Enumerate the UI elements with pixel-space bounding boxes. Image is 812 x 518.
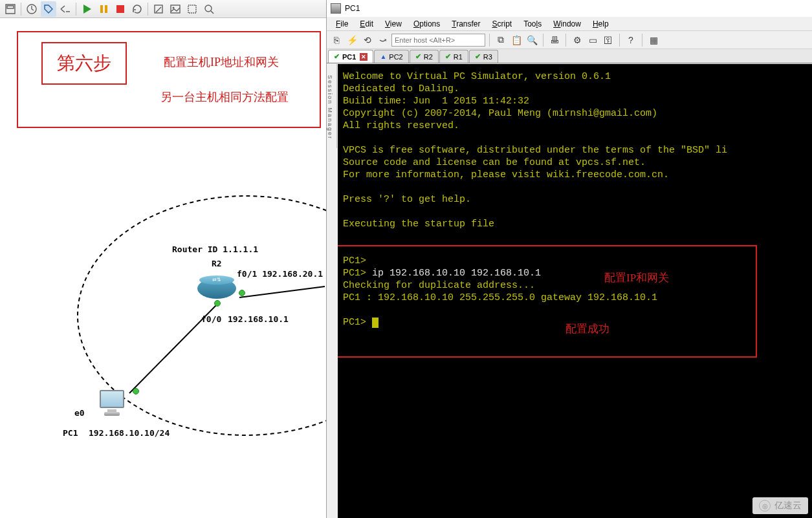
term-line: Executing the startup file	[343, 219, 494, 230]
separator	[642, 34, 642, 47]
link-endpoint-dot	[214, 300, 221, 307]
securecrt-panel: PC1 File Edit View Options Transfer Scri…	[326, 0, 812, 518]
menu-script[interactable]: Script	[487, 18, 518, 30]
tool-labels-icon[interactable]	[41, 1, 56, 17]
router-name-label: R2	[212, 259, 222, 268]
interface-f00-ip-label: 192.168.10.1	[228, 314, 289, 324]
play-icon[interactable]	[79, 1, 94, 17]
separator	[543, 34, 543, 47]
session-options-icon[interactable]: ▭	[586, 33, 600, 47]
app-icon	[331, 3, 341, 14]
tool-snapshot-icon[interactable]	[24, 1, 39, 17]
tab-label: R2	[424, 53, 433, 61]
host-input[interactable]	[391, 34, 485, 47]
link-endpoint-dot	[133, 388, 139, 394]
tab-pc1[interactable]: ✔PC1✕	[328, 50, 373, 63]
find-icon[interactable]: 🔍	[525, 33, 539, 47]
svg-rect-4	[155, 5, 162, 13]
help-icon[interactable]: ?	[624, 33, 638, 47]
term-line: VPCS is free software, distributed under…	[343, 145, 727, 156]
watermark-icon: ◎	[759, 500, 771, 512]
note-icon[interactable]	[151, 1, 166, 17]
menu-file[interactable]: File	[331, 18, 353, 30]
router-id-label: Router ID 1.1.1.1	[172, 244, 258, 254]
watermark-text: 亿速云	[774, 500, 802, 512]
separator	[565, 34, 566, 47]
separator	[76, 3, 76, 16]
gns3-canvas[interactable]: 第六步 配置主机IP地址和网关 另一台主机相同方法配置 Router ID 1.…	[0, 18, 326, 518]
tab-pc2[interactable]: ▲PC2	[374, 50, 408, 63]
status-warn-icon: ▲	[380, 53, 386, 60]
terminal[interactable]: Welcome to Virtual PC Simulator, version…	[338, 64, 812, 518]
session-manager-tab[interactable]: Session Manager	[327, 64, 337, 148]
svg-rect-3	[116, 5, 124, 13]
pc-interface-label: e0	[74, 408, 85, 418]
zoom-icon[interactable]	[201, 1, 217, 17]
menu-window[interactable]: Window	[548, 18, 586, 30]
tool-disk-icon[interactable]	[3, 1, 18, 17]
term-line: All rights reserved.	[343, 120, 459, 131]
reconnect-icon[interactable]: ⟲	[360, 33, 375, 47]
status-ok-icon: ✔	[475, 52, 481, 61]
quick-connect-icon[interactable]: ⚡	[345, 33, 359, 47]
step-label: 第六步	[41, 42, 127, 85]
status-ok-icon: ✔	[334, 52, 340, 61]
menu-transfer[interactable]: Transfer	[446, 18, 485, 30]
annotation-text-1: 配置主机IP地址和网关	[164, 54, 279, 70]
reconnect-all-icon[interactable]: ⤻	[376, 33, 390, 47]
svg-point-6	[173, 6, 175, 8]
status-ok-icon: ✔	[445, 52, 451, 61]
annotation-ip-gateway: 配置IP和网关	[604, 272, 669, 284]
link-endpoint-dot	[239, 290, 245, 296]
picture-icon[interactable]	[168, 1, 183, 17]
separator	[489, 34, 490, 47]
svg-rect-1	[100, 5, 103, 13]
tab-label: PC2	[389, 53, 402, 61]
tab-label: R1	[454, 53, 463, 61]
misc-icon[interactable]: ▦	[646, 33, 661, 47]
print-icon[interactable]: 🖶	[547, 33, 562, 47]
copy-icon[interactable]: ⧉	[494, 33, 508, 47]
connect-icon[interactable]: ⎘	[329, 33, 344, 47]
pause-icon[interactable]	[96, 1, 111, 17]
svg-point-8	[205, 5, 212, 12]
annotation-frame: 第六步 配置主机IP地址和网关 另一台主机相同方法配置	[17, 31, 321, 128]
term-line: Copyright (c) 2007-2014, Paul Meng (mirn…	[343, 108, 657, 119]
tab-label: R3	[483, 53, 492, 61]
router-icon[interactable]: ⇄⇅	[197, 278, 236, 303]
settings-icon[interactable]: ⚙	[570, 33, 584, 47]
key-icon[interactable]: ⚿	[601, 33, 615, 47]
term-line: Press '?' to get help.	[343, 194, 471, 205]
svg-rect-2	[105, 5, 107, 13]
tab-r3[interactable]: ✔R3	[469, 50, 498, 63]
reload-icon[interactable]	[129, 1, 145, 17]
term-line: Welcome to Virtual PC Simulator, version…	[343, 71, 611, 82]
menu-edit[interactable]: Edit	[355, 18, 379, 30]
gns3-toolbar	[0, 0, 326, 18]
menu-help[interactable]: Help	[587, 18, 614, 30]
menubar: File Edit View Options Transfer Script T…	[327, 17, 812, 31]
tab-label: PC1	[342, 53, 356, 61]
annotation-success: 配置成功	[565, 323, 609, 335]
gns3-panel: 第六步 配置主机IP地址和网关 另一台主机相同方法配置 Router ID 1.…	[0, 0, 326, 518]
term-line: Dedicated to Daling.	[343, 83, 459, 94]
topology-area: Router ID 1.1.1.1 R2 ⇄⇅ f0/1 192.168.20.…	[0, 135, 326, 497]
crt-toolbar: ⎘ ⚡ ⟲ ⤻ ⧉ 📋 🔍 🖶 ⚙ ▭ ⚿ ? ▦	[327, 31, 812, 49]
tab-r2[interactable]: ✔R2	[410, 50, 439, 63]
menu-tools[interactable]: Tools	[518, 18, 547, 30]
menu-options[interactable]: Options	[408, 18, 445, 30]
term-line: For more information, please visit wiki.…	[343, 169, 669, 180]
separator	[619, 34, 620, 47]
close-icon[interactable]: ✕	[360, 53, 368, 61]
interface-f01-label: f0/1 192.168.20.1	[237, 269, 323, 279]
tab-r1[interactable]: ✔R1	[439, 50, 468, 63]
paste-icon[interactable]: 📋	[509, 33, 523, 47]
pc-icon[interactable]	[97, 390, 127, 416]
shape-icon[interactable]	[184, 1, 200, 17]
menu-view[interactable]: View	[380, 18, 407, 30]
tool-console-icon[interactable]	[58, 1, 73, 17]
stop-icon[interactable]	[113, 1, 128, 17]
term-line: Source code and license can be found at …	[343, 157, 646, 168]
annotation-text-2: 另一台主机相同方法配置	[160, 89, 289, 105]
session-tabs: ✔PC1✕ ▲PC2 ✔R2 ✔R1 ✔R3	[327, 49, 812, 63]
